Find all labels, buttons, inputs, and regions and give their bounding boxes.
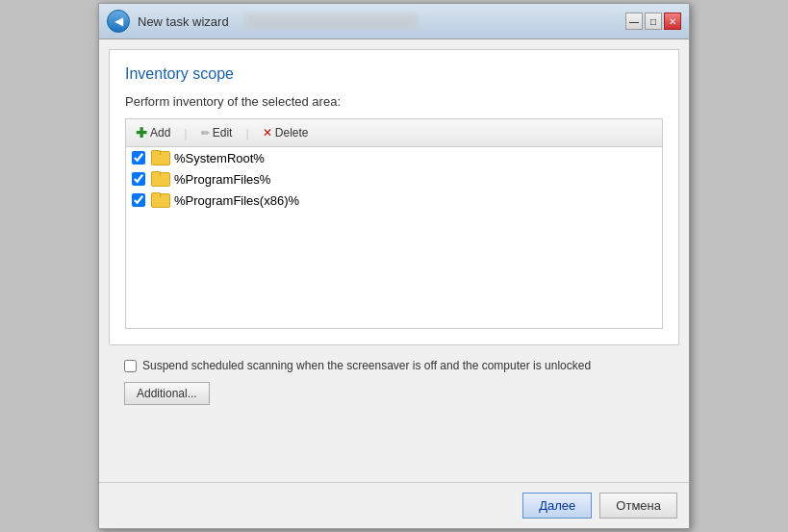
content-area: Inventory scope Perform inventory of the… [109,49,679,345]
close-button[interactable]: ✕ [664,13,681,30]
options-area: Suspend scheduled scanning when the scre… [99,359,689,405]
add-icon: ✚ [136,125,147,140]
list-item: %ProgramFiles% [126,168,662,190]
list-toolbar: ✚ Add | ✏ Edit | ✕ Delete [125,118,663,146]
separator-1: | [184,126,187,140]
back-button[interactable]: ◀ [107,10,130,33]
main-window: ◀ New task wizard — □ ✕ Inventory scope … [98,3,690,529]
minimize-button[interactable]: — [625,13,643,30]
list-item: %SystemRoot% [126,147,662,168]
list-item-label: %SystemRoot% [174,151,265,165]
title-bar-controls: — □ ✕ [625,13,681,30]
suspend-checkbox[interactable] [124,360,137,372]
additional-button[interactable]: Additional... [124,382,210,405]
delete-label: Delete [275,126,309,139]
title-bar-left: ◀ New task wizard [107,10,418,33]
separator-2: | [245,126,248,140]
folder-icon [151,171,168,187]
maximize-button[interactable]: □ [645,13,662,30]
delete-icon: ✕ [263,126,272,139]
window-title: New task wizard [138,14,229,29]
cancel-button[interactable]: Отмена [599,493,677,519]
edit-button[interactable]: ✏ Edit [197,124,237,141]
suspend-label: Suspend scheduled scanning when the scre… [142,359,591,372]
footer: Далее Отмена [99,482,689,528]
title-bar: ◀ New task wizard — □ ✕ [99,4,689,39]
back-icon: ◀ [114,14,123,28]
list-item-checkbox-0[interactable] [132,151,145,165]
section-description: Perform inventory of the selected area: [125,94,663,109]
list-item: %ProgramFiles(x86)% [126,190,662,211]
section-title: Inventory scope [125,65,663,83]
folder-icon [151,150,168,165]
suspend-option: Suspend scheduled scanning when the scre… [124,359,664,372]
list-item-label: %ProgramFiles(x86)% [174,193,299,208]
folder-icon [151,192,168,208]
list-item-label: %ProgramFiles% [174,172,270,187]
scope-list: %SystemRoot%%ProgramFiles%%ProgramFiles(… [125,146,663,329]
edit-icon: ✏ [201,127,210,139]
list-item-checkbox-1[interactable] [132,172,145,186]
blurred-content [244,13,418,29]
delete-button[interactable]: ✕ Delete [259,124,313,141]
add-label: Add [150,126,170,139]
edit-label: Edit [213,126,233,139]
add-button[interactable]: ✚ Add [132,123,174,142]
next-button[interactable]: Далее [522,493,592,519]
list-item-checkbox-2[interactable] [132,193,145,207]
